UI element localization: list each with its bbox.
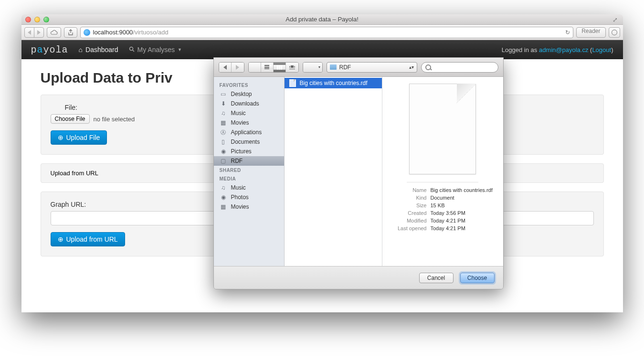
file-info: NameBig cities with countries.rdf KindDo… bbox=[390, 186, 496, 232]
dialog-back-button[interactable] bbox=[219, 63, 232, 72]
svg-point-1 bbox=[129, 47, 133, 51]
applications-icon: Ⓐ bbox=[220, 129, 227, 136]
dialog-sidebar: FAVORITES ▭Desktop ⬇Downloads ♫Music ▦Mo… bbox=[214, 77, 285, 266]
browser-window: Add private data – Payola! ⤢ localhost:9… bbox=[21, 14, 623, 312]
fullscreen-icon[interactable]: ⤢ bbox=[612, 16, 619, 23]
dialog-footer: Cancel Choose bbox=[214, 266, 503, 289]
sidebar-movies[interactable]: ▦Movies bbox=[214, 118, 284, 128]
dialog-view-group bbox=[248, 62, 299, 73]
path-dropdown[interactable]: RDF ▴▾ bbox=[327, 62, 417, 73]
documents-icon: ▯ bbox=[220, 138, 227, 145]
site-icon bbox=[84, 29, 90, 36]
downloads-button[interactable] bbox=[609, 27, 620, 38]
pictures-icon: ◉ bbox=[220, 148, 227, 155]
chevron-up-down-icon: ▴▾ bbox=[409, 64, 414, 70]
dialog-nav-group bbox=[219, 62, 244, 73]
choose-button[interactable]: Choose bbox=[460, 273, 495, 283]
app-navbar: payola ⌂ Dashboard My Analyses ▼ Logged … bbox=[21, 40, 623, 59]
music-icon: ♫ bbox=[220, 110, 227, 117]
file-item[interactable]: Big cities with countries.rdf bbox=[285, 78, 382, 88]
address-bar[interactable]: localhost:9000/virtuoso/add ↻ bbox=[80, 27, 574, 38]
dialog-toolbar: ▾ RDF ▴▾ bbox=[214, 58, 503, 77]
file-chooser-dialog: ▾ RDF ▴▾ FAVORITES ▭Desktop ⬇Downloads ♫… bbox=[213, 57, 504, 289]
sidebar-media-photos[interactable]: ◉Photos bbox=[214, 192, 284, 202]
upload-from-url-label: Upload from URL bbox=[51, 170, 98, 177]
sidebar-rdf[interactable]: ▢RDF bbox=[214, 156, 284, 166]
sidebar-music[interactable]: ♫Music bbox=[214, 108, 284, 118]
close-window-icon[interactable] bbox=[25, 17, 31, 22]
sidebar-desktop[interactable]: ▭Desktop bbox=[214, 89, 284, 99]
favorites-header: FAVORITES bbox=[214, 81, 284, 89]
downloads-icon: ⬇ bbox=[220, 100, 227, 107]
movies-icon: ▦ bbox=[220, 119, 227, 126]
nav-dashboard[interactable]: ⌂ Dashboard bbox=[79, 46, 118, 53]
view-list-button[interactable] bbox=[261, 63, 274, 72]
shared-header: SHARED bbox=[214, 166, 284, 174]
svg-rect-5 bbox=[294, 66, 295, 68]
window-titlebar: Add private data – Payola! ⤢ bbox=[21, 14, 623, 25]
minimize-window-icon[interactable] bbox=[34, 17, 40, 22]
dialog-file-list: Big cities with countries.rdf bbox=[285, 77, 382, 266]
upload-icon: ⊕ bbox=[58, 134, 63, 141]
login-status: Logged in as admin@payola.cz (Logout) bbox=[502, 46, 613, 53]
user-link[interactable]: admin@payola.cz bbox=[539, 46, 589, 53]
window-title: Add private data – Payola! bbox=[21, 16, 623, 23]
upload-file-button[interactable]: ⊕ Upload File bbox=[51, 130, 107, 145]
upload-from-url-button[interactable]: ⊕ Upload from URL bbox=[51, 232, 125, 246]
svg-rect-4 bbox=[289, 66, 290, 68]
document-icon bbox=[289, 79, 296, 87]
sidebar-downloads[interactable]: ⬇Downloads bbox=[214, 99, 284, 108]
logout-link[interactable]: Logout bbox=[592, 46, 611, 53]
dialog-arrange-group: ▾ bbox=[303, 62, 323, 73]
sidebar-media-music[interactable]: ♫Music bbox=[214, 183, 284, 192]
svg-rect-3 bbox=[291, 65, 294, 68]
photos-icon: ◉ bbox=[220, 194, 227, 201]
url-text: localhost:9000/virtuoso/add bbox=[93, 29, 563, 36]
search-icon bbox=[129, 46, 135, 53]
svg-point-0 bbox=[612, 30, 617, 35]
document-preview-icon bbox=[409, 84, 476, 174]
zoom-window-icon[interactable] bbox=[43, 17, 49, 22]
dialog-search-input[interactable] bbox=[421, 62, 498, 73]
view-icons-button[interactable] bbox=[249, 63, 261, 72]
choose-file-button[interactable]: Choose File bbox=[51, 114, 90, 124]
no-file-text: no file selected bbox=[94, 116, 135, 123]
reload-icon[interactable]: ↻ bbox=[565, 29, 570, 36]
forward-button[interactable] bbox=[34, 27, 44, 38]
dialog-preview-pane: NameBig cities with countries.rdf KindDo… bbox=[382, 77, 503, 266]
folder-icon bbox=[330, 64, 337, 70]
svg-rect-6 bbox=[289, 69, 295, 69]
media-header: MEDIA bbox=[214, 174, 284, 183]
icloud-button[interactable] bbox=[47, 27, 61, 38]
caret-down-icon: ▼ bbox=[178, 47, 182, 52]
arrange-button[interactable]: ▾ bbox=[303, 63, 322, 72]
brand-logo[interactable]: payola bbox=[31, 44, 68, 55]
view-columns-button[interactable] bbox=[274, 63, 286, 72]
view-coverflow-button[interactable] bbox=[286, 63, 298, 72]
back-button[interactable] bbox=[24, 27, 34, 38]
reader-button[interactable]: Reader bbox=[576, 27, 605, 38]
upload-icon: ⊕ bbox=[58, 235, 63, 243]
desktop-icon: ▭ bbox=[220, 91, 227, 97]
music-icon: ♫ bbox=[220, 184, 227, 191]
share-button[interactable] bbox=[64, 27, 77, 38]
browser-toolbar: localhost:9000/virtuoso/add ↻ Reader bbox=[21, 25, 623, 40]
movies-icon: ▦ bbox=[220, 203, 227, 210]
cancel-button[interactable]: Cancel bbox=[419, 273, 454, 283]
sidebar-documents[interactable]: ▯Documents bbox=[214, 137, 284, 147]
dialog-forward-button[interactable] bbox=[232, 63, 244, 72]
sidebar-applications[interactable]: ⒶApplications bbox=[214, 128, 284, 137]
sidebar-pictures[interactable]: ◉Pictures bbox=[214, 147, 284, 156]
home-icon: ⌂ bbox=[79, 46, 83, 53]
svg-line-2 bbox=[133, 50, 134, 52]
sidebar-media-movies[interactable]: ▦Movies bbox=[214, 202, 284, 212]
nav-my-analyses[interactable]: My Analyses ▼ bbox=[129, 46, 182, 53]
folder-icon: ▢ bbox=[220, 158, 227, 164]
search-icon bbox=[425, 64, 431, 70]
